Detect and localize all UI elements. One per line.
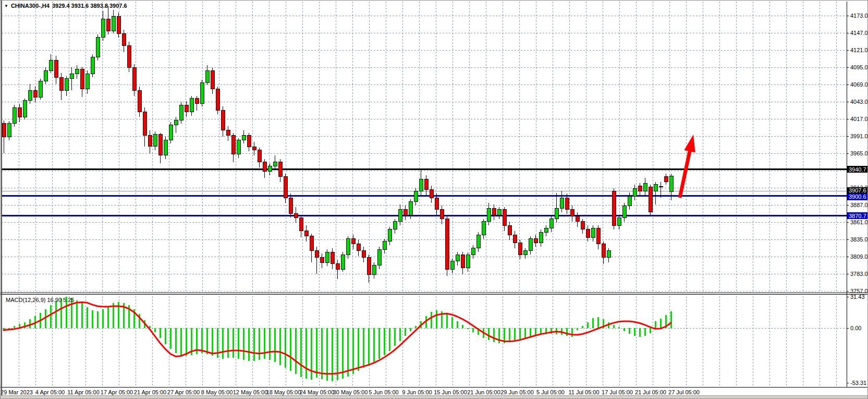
y-axis-label: 3965.0 — [850, 150, 868, 156]
macd-histogram-bar — [493, 328, 495, 342]
macd-histogram-bar — [253, 328, 255, 361]
candle-bullish — [471, 248, 475, 255]
candle-bullish — [383, 241, 386, 249]
macd-histogram-bar — [566, 328, 568, 336]
candle-bullish — [544, 228, 548, 232]
macd-histogram-bar — [410, 328, 411, 331]
candle-bearish — [445, 219, 449, 269]
candle-bullish — [169, 125, 173, 140]
candle-bullish — [466, 255, 470, 268]
macd-histogram-bar — [462, 325, 463, 328]
candle-bullish — [112, 16, 115, 31]
candle-bearish — [492, 208, 496, 215]
macd-histogram-bar — [524, 328, 526, 338]
macd-histogram-bar — [342, 328, 344, 379]
macd-histogram-bar — [259, 328, 260, 360]
candle-bearish — [565, 198, 569, 210]
macd-histogram-bar — [358, 328, 359, 371]
x-axis-label: 21 Jun 05:00 — [467, 389, 500, 395]
candle-bullish — [341, 255, 345, 269]
macd-scale-label: -53.31 — [850, 380, 866, 386]
macd-histogram-bar — [206, 328, 208, 354]
price-badge-label: 3940.7 — [849, 166, 866, 173]
macd-histogram-bar — [222, 328, 224, 359]
macd-scale: 31.430.00-53.31 — [847, 294, 866, 386]
y-axis-label: 3783.0 — [850, 271, 868, 277]
candle-bullish — [242, 136, 246, 140]
macd-histogram-bar — [279, 328, 281, 365]
candle-bearish — [503, 210, 506, 225]
y-axis-label: 3861.0 — [850, 219, 868, 225]
x-axis-label: 5 Jul 05:00 — [536, 389, 565, 395]
macd-histogram-bar — [326, 328, 328, 381]
candle-bullish — [268, 166, 272, 171]
macd-histogram-bar — [378, 328, 380, 359]
candle-bearish — [518, 243, 522, 255]
macd-panel — [3, 297, 672, 381]
candle-bullish — [398, 210, 402, 222]
candle-bearish — [59, 77, 63, 90]
candle-bearish — [351, 239, 355, 244]
price-chart-svg[interactable]: 4173.04147.04121.04095.04069.04043.04017… — [1, 1, 868, 399]
y-axis-label: 4095.0 — [850, 64, 868, 70]
candle-bullish — [549, 219, 553, 228]
macd-histogram-bar — [160, 328, 161, 338]
candle-bullish — [7, 124, 11, 137]
macd-histogram-bar — [227, 328, 229, 358]
macd-histogram-bar — [670, 311, 672, 328]
x-axis-label: 17 Jul 05:00 — [602, 389, 633, 395]
candle-bullish — [560, 198, 564, 208]
x-axis-label: 21 Jul 05:00 — [635, 389, 666, 395]
macd-histogram-bar — [394, 328, 396, 346]
trading-chart-window[interactable]: 4173.04147.04121.04095.04069.04043.04017… — [0, 0, 868, 399]
y-axis-label: 4069.0 — [850, 81, 868, 88]
window-left-border — [1, 1, 2, 397]
macd-histogram-bar — [457, 321, 458, 328]
candle-bullish — [372, 265, 376, 275]
y-axis-label: 4017.0 — [850, 116, 868, 122]
macd-histogram-bar — [514, 328, 516, 341]
candle-bullish — [393, 222, 397, 229]
macd-histogram-bar — [92, 310, 93, 328]
macd-histogram-bar — [186, 328, 187, 356]
macd-histogram-bar — [519, 328, 521, 340]
macd-histogram-bar — [613, 325, 615, 328]
candle-bearish — [586, 229, 590, 237]
candle-bearish — [315, 251, 319, 258]
candle-bearish — [54, 60, 58, 77]
candle-bearish — [127, 45, 131, 67]
candle-bullish — [591, 228, 595, 237]
macd-histogram-bar — [446, 313, 448, 328]
candle-bearish — [33, 90, 37, 97]
macd-indicator-label: MACD(12,26,9) 16.90 5.25 — [6, 297, 74, 303]
macd-histogram-bar — [655, 321, 656, 328]
price-badge: 3907.6 — [847, 187, 868, 194]
candle-bearish — [602, 244, 605, 257]
chart-title: ▼ CHINA300-,H4 3929.4 3931.6 3893.8 3907… — [4, 3, 127, 9]
macd-histogram-bar — [316, 328, 317, 378]
candle-bearish — [304, 231, 308, 236]
candle-bullish — [44, 70, 47, 81]
candle-bearish — [226, 130, 230, 136]
macd-histogram-bar — [238, 328, 239, 359]
x-axis-label: 12 May 05:00 — [233, 389, 268, 395]
macd-histogram-bar — [597, 317, 599, 328]
symbol-dropdown-icon[interactable]: ▼ — [4, 4, 8, 8]
candle-bullish — [101, 19, 105, 38]
candle-bullish — [39, 81, 42, 97]
x-axis-label: 24 May 05:00 — [300, 389, 335, 395]
candles — [2, 6, 673, 283]
candle-bullish — [205, 70, 209, 82]
candle-bullish — [659, 186, 663, 187]
macd-histogram-bar — [274, 328, 276, 362]
macd-scale-label: 0.00 — [850, 325, 861, 331]
candle-bullish — [65, 79, 68, 91]
macd-histogram-bar — [389, 328, 390, 351]
candle-bearish — [362, 251, 365, 258]
macd-histogram-bar — [14, 326, 15, 328]
candle-bearish — [367, 257, 371, 274]
macd-histogram-bar — [415, 326, 417, 328]
candle-bearish — [508, 225, 511, 235]
macd-histogram-bar — [300, 328, 302, 377]
y-axis-label: 3887.0 — [850, 202, 868, 208]
